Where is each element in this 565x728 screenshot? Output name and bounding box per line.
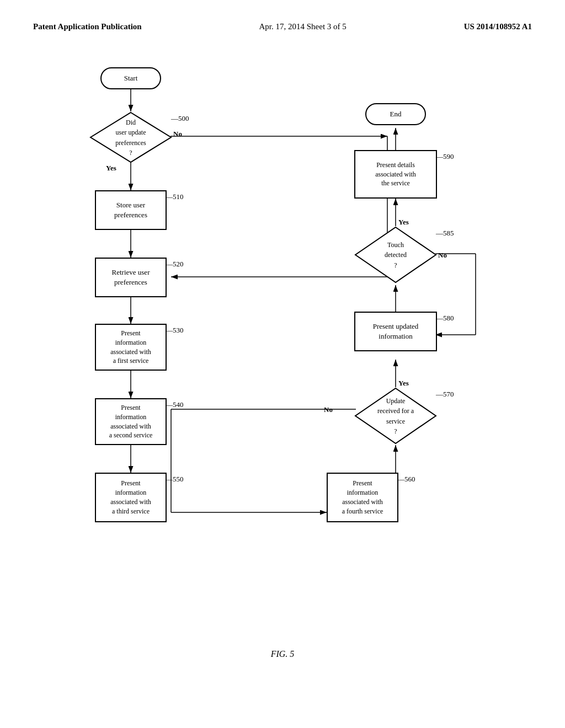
diamond-585: Touch detected ? [354,226,437,284]
box-510: Store user preferences [95,190,167,230]
step-num-590: —590 [436,152,454,161]
step-num-550: —550 [166,475,184,484]
step-num-530: —530 [166,326,184,335]
diamond-500: Did user update preferences ? [89,111,172,164]
step-num-540: —540 [166,400,184,409]
page: Patent Application Publication Apr. 17, … [0,0,565,728]
step-num-500: —500 [171,114,189,123]
label-no-585: No [438,251,447,260]
label-yes-500: Yes [106,164,116,173]
box-550: Present information associated with a th… [95,473,167,522]
header-right: US 2014/108952 A1 [464,22,532,31]
label-yes-585: Yes [398,218,409,227]
step-num-585: —585 [436,229,454,238]
header-left: Patent Application Publication [33,22,142,31]
box-520: Retrieve user preferences [95,258,167,297]
step-num-560: —560 [397,475,415,484]
figure-caption: FIG. 5 [0,649,565,670]
header-center: Apr. 17, 2014 Sheet 3 of 5 [259,22,347,31]
box-540: Present information associated with a se… [95,398,167,445]
label-no-570: No [324,405,333,414]
start-node: Start [100,67,161,89]
box-530: Present information associated with a fi… [95,324,167,371]
header: Patent Application Publication Apr. 17, … [0,0,565,42]
box-560: Present information associated with a fo… [327,473,398,522]
flowchart-diagram: Start Did user update preferences ? —500… [34,42,531,649]
box-580: Present updated information [354,312,437,351]
box-590: Present details associated with the serv… [354,150,437,199]
label-yes-570: Yes [398,379,409,388]
end-node: End [365,103,426,125]
diamond-570: Update received for a service ? [354,387,437,445]
step-num-580: —580 [436,314,454,323]
step-num-520: —520 [166,260,184,269]
step-num-570: —570 [436,390,454,399]
step-num-510: —510 [166,192,184,201]
label-no-500: No [173,130,182,138]
